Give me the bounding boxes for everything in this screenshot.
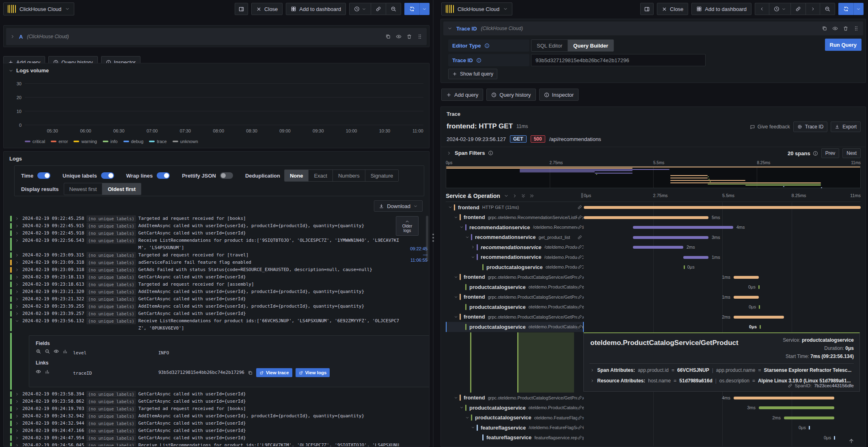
dedup-option-signature[interactable]: Signature bbox=[365, 170, 399, 181]
right-inspector-button[interactable]: Inspector bbox=[539, 89, 579, 101]
right-add-query-button[interactable]: Add query bbox=[441, 89, 483, 101]
span-bar-cell[interactable]: 3ms bbox=[584, 232, 861, 243]
span-link-icon[interactable] bbox=[577, 315, 582, 319]
span-bar-cell[interactable]: 2ms bbox=[584, 242, 861, 252]
span-toggle-icon[interactable] bbox=[460, 225, 465, 229]
log-expand-icon[interactable] bbox=[15, 398, 22, 405]
span-name-cell[interactable]: featureflagservicefeatureflagservice.rep… bbox=[446, 433, 584, 443]
right-query-history-button[interactable]: Query history bbox=[486, 89, 535, 101]
log-expand-icon[interactable] bbox=[15, 405, 22, 412]
log-expand-icon[interactable] bbox=[15, 310, 22, 317]
show-full-query-button[interactable]: Show full query bbox=[448, 69, 497, 79]
filter-for-value-icon[interactable] bbox=[36, 349, 41, 354]
span-link-icon[interactable] bbox=[577, 405, 582, 410]
span-row[interactable]: recommendationservice/oteldemo.ProductCa… bbox=[446, 242, 861, 252]
resource-attributes-row[interactable]: Resource Attributes:host.name=51d7989a61… bbox=[590, 378, 854, 384]
display-option-oldest-first[interactable]: Oldest first bbox=[102, 183, 141, 195]
span-toggle-icon[interactable] bbox=[454, 275, 460, 279]
log-expand-icon[interactable] bbox=[15, 252, 22, 259]
log-row[interactable]: 2024-02-19 09:24:32.942(no unique labels… bbox=[9, 412, 430, 420]
span-bar-cell[interactable]: 3ms bbox=[584, 403, 861, 413]
chevron-down-icon[interactable] bbox=[447, 26, 452, 31]
collapse-one-icon[interactable] bbox=[504, 193, 509, 198]
span-link-icon[interactable] bbox=[577, 225, 582, 230]
log-row[interactable]: 2024-02-19 09:23:21.320(no unique labels… bbox=[9, 288, 430, 295]
copy-icon[interactable] bbox=[248, 370, 253, 375]
span-name-cell[interactable]: productcatalogserviceoteldemo.ProductCat… bbox=[446, 282, 584, 292]
toggle-field-visibility-icon[interactable] bbox=[54, 349, 59, 354]
log-expand-icon[interactable] bbox=[15, 303, 22, 310]
delete-query-icon[interactable] bbox=[843, 26, 849, 31]
log-row[interactable]: 2024-02-19 09:24:32.944(no unique labels… bbox=[9, 420, 430, 427]
span-bar-cell[interactable] bbox=[584, 202, 861, 213]
editor-type-option-query-builder[interactable]: Query Builder bbox=[568, 40, 613, 51]
legend-item-debug[interactable]: debug bbox=[123, 139, 144, 144]
give-feedback-link[interactable]: Give feedback bbox=[750, 124, 790, 130]
span-toggle-icon[interactable] bbox=[454, 396, 460, 400]
span-bar-cell[interactable]: 1ms bbox=[584, 292, 861, 302]
dedup-option-exact[interactable]: Exact bbox=[309, 170, 333, 181]
legend-item-critical[interactable]: critical bbox=[25, 139, 45, 144]
log-row[interactable]: 2024-02-19 09:23:21.322(no unique labels… bbox=[9, 295, 430, 303]
span-toggle-icon[interactable] bbox=[448, 205, 454, 209]
span-row[interactable]: productcatalogserviceoteldemo.ProductCat… bbox=[446, 282, 861, 292]
log-expand-icon[interactable] bbox=[15, 230, 22, 237]
field-stats-icon[interactable] bbox=[63, 349, 68, 354]
span-row[interactable]: productcatalogserviceoteldemo.ProductCat… bbox=[446, 302, 861, 312]
span-name-cell[interactable]: featureflagservice/oteldemo.FeatureFlagS… bbox=[446, 423, 584, 433]
span-toggle-icon[interactable] bbox=[471, 245, 477, 249]
span-toggle-icon[interactable] bbox=[471, 255, 477, 259]
span-name-cell[interactable]: frontendgrpc.oteldemo.ProductCatalogServ… bbox=[446, 393, 584, 403]
span-toggle-icon[interactable] bbox=[454, 315, 460, 319]
log-expand-icon[interactable] bbox=[15, 273, 22, 281]
scroll-to-top-icon[interactable] bbox=[848, 438, 855, 444]
span-bar-cell[interactable]: 0μs bbox=[584, 322, 861, 332]
legend-item-warning[interactable]: warning bbox=[73, 139, 97, 144]
right-zoom-out-button[interactable] bbox=[820, 3, 835, 15]
span-row[interactable]: recommendationservice/oteldemo.ProductCa… bbox=[446, 252, 861, 263]
right-run-refresh-button[interactable] bbox=[838, 3, 853, 15]
span-name-cell[interactable]: productcatalogserviceoteldemo.FeatureFla… bbox=[446, 413, 584, 423]
span-bar-cell[interactable]: 0μs bbox=[584, 282, 861, 292]
prev-span-button[interactable]: Prev bbox=[821, 148, 840, 158]
left-add-to-dashboard-button[interactable]: Add to dashboard bbox=[286, 3, 346, 15]
time-shift-back-button[interactable] bbox=[755, 3, 769, 15]
pane-divider-handle[interactable] bbox=[431, 231, 435, 245]
right-datasource-picker[interactable]: ClickHouse Cloud bbox=[441, 2, 512, 15]
drag-handle-icon[interactable] bbox=[417, 34, 423, 39]
link-stats-icon[interactable] bbox=[45, 369, 50, 374]
older-logs-button[interactable]: Olderlogs bbox=[396, 216, 419, 236]
span-bar-cell[interactable]: 0μs bbox=[584, 302, 861, 312]
span-name-cell[interactable]: recommendationserviceget_product_list bbox=[446, 232, 584, 243]
span-name-cell[interactable]: frontendgrpc.oteldemo.ProductCatalogServ… bbox=[446, 292, 584, 302]
info-icon[interactable] bbox=[476, 58, 482, 63]
log-expand-icon[interactable] bbox=[15, 295, 22, 303]
trace-minimap[interactable] bbox=[446, 166, 861, 188]
log-expand-icon[interactable] bbox=[15, 222, 22, 230]
toggle-visibility-icon[interactable] bbox=[396, 34, 402, 39]
span-link-icon[interactable] bbox=[577, 395, 582, 400]
right-refresh-interval-button[interactable] bbox=[853, 3, 864, 15]
collapse-all-icon[interactable] bbox=[521, 193, 526, 198]
log-expand-icon[interactable] bbox=[15, 442, 22, 447]
left-close-button[interactable]: Close bbox=[251, 3, 283, 15]
right-time-picker-button[interactable] bbox=[769, 3, 790, 15]
editor-type-option-sql-editor[interactable]: SQL Editor bbox=[531, 40, 568, 51]
log-row[interactable]: 2024-02-19 09:23:58.394(no unique labels… bbox=[9, 391, 430, 398]
split-view-button[interactable] bbox=[235, 3, 248, 15]
span-toggle-icon[interactable] bbox=[454, 215, 460, 219]
log-row[interactable]: 2024-02-19 09:22:45.258(no unique labels… bbox=[9, 215, 430, 222]
right-share-link-button[interactable] bbox=[790, 3, 805, 15]
download-button[interactable]: Download bbox=[374, 200, 423, 212]
left-run-refresh-button[interactable] bbox=[404, 3, 419, 15]
span-row[interactable]: productcatalogserviceoteldemo.ProductCat… bbox=[446, 403, 861, 413]
next-span-button[interactable]: Next bbox=[842, 148, 861, 158]
view-trace-button[interactable]: View trace bbox=[256, 368, 292, 377]
view-logs-button[interactable]: View logs bbox=[296, 368, 330, 377]
span-link-icon[interactable] bbox=[577, 324, 582, 329]
span-row[interactable]: recommendationservice/oteldemo.Recommend… bbox=[446, 222, 861, 232]
log-row[interactable]: 2024-02-19 09:22:45.918(no unique labels… bbox=[9, 230, 430, 237]
span-row[interactable]: frontendHTTP GET (11ms) bbox=[446, 202, 861, 213]
log-row[interactable]: 2024-02-19 09:23:18.113(no unique labels… bbox=[9, 273, 430, 281]
toggle-visibility-icon[interactable] bbox=[832, 26, 838, 31]
